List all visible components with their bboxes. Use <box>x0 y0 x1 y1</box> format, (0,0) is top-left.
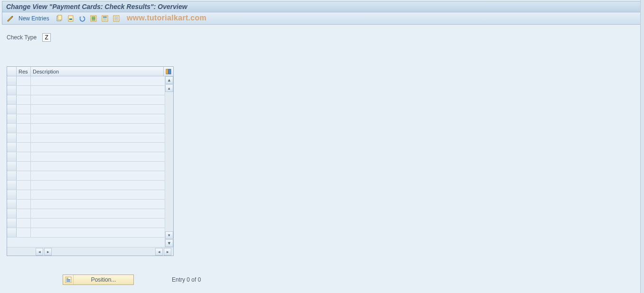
table-row[interactable] <box>7 114 165 124</box>
svg-rect-17 <box>168 69 171 74</box>
select-block-icon[interactable] <box>101 14 109 23</box>
scroll-left-icon[interactable]: ◂ <box>36 248 43 256</box>
scroll-down-icon[interactable]: ▼ <box>165 239 173 247</box>
cell-description[interactable] <box>31 76 165 85</box>
table-header-selector[interactable] <box>7 67 17 76</box>
cell-res[interactable] <box>17 143 31 152</box>
table-row[interactable] <box>7 105 165 114</box>
cell-description[interactable] <box>31 181 165 190</box>
svg-rect-14 <box>114 18 118 19</box>
table-header-res[interactable]: Res <box>17 67 31 76</box>
row-selector[interactable] <box>7 105 17 114</box>
table-row[interactable] <box>7 76 165 86</box>
cell-description[interactable] <box>31 200 165 209</box>
check-type-input[interactable] <box>42 33 51 42</box>
toggle-display-change-icon[interactable] <box>6 14 15 23</box>
table-row[interactable] <box>7 228 165 238</box>
table-row[interactable] <box>7 209 165 219</box>
row-selector[interactable] <box>7 190 17 199</box>
cell-description[interactable] <box>31 86 165 95</box>
row-selector[interactable] <box>7 143 17 152</box>
row-selector[interactable] <box>7 228 17 237</box>
application-toolbar: New Entries www.tutorialkart.com <box>2 12 642 25</box>
cell-description[interactable] <box>31 133 165 142</box>
cell-res[interactable] <box>17 114 31 123</box>
cell-description[interactable] <box>31 228 165 237</box>
row-selector[interactable] <box>7 162 17 171</box>
table-row[interactable] <box>7 143 165 152</box>
cell-description[interactable] <box>31 219 165 228</box>
row-selector[interactable] <box>7 152 17 161</box>
cell-description[interactable] <box>31 171 165 180</box>
row-selector[interactable] <box>7 114 17 123</box>
delete-icon[interactable] <box>66 14 75 23</box>
cell-res[interactable] <box>17 95 31 104</box>
scroll-up-icon[interactable]: ▲ <box>165 76 173 84</box>
row-selector[interactable] <box>7 86 17 95</box>
scroll-up-step-icon[interactable]: ▴ <box>165 84 173 92</box>
select-all-icon[interactable] <box>89 14 98 23</box>
row-selector[interactable] <box>7 209 17 218</box>
cell-description[interactable] <box>31 162 165 171</box>
row-selector[interactable] <box>7 171 17 180</box>
table-row[interactable] <box>7 124 165 133</box>
table-row[interactable] <box>7 190 165 200</box>
cell-description[interactable] <box>31 143 165 152</box>
horizontal-scrollbar[interactable]: ◂ ▸ ◂ ▸ <box>7 247 173 256</box>
row-selector[interactable] <box>7 95 17 104</box>
row-selector[interactable] <box>7 133 17 142</box>
svg-rect-11 <box>103 19 107 20</box>
cell-description[interactable] <box>31 95 165 104</box>
cell-description[interactable] <box>31 105 165 114</box>
cell-description[interactable] <box>31 152 165 161</box>
row-selector[interactable] <box>7 181 17 190</box>
deselect-all-icon[interactable] <box>112 14 121 23</box>
cell-res[interactable] <box>17 133 31 142</box>
cell-res[interactable] <box>17 171 31 180</box>
table-header-description[interactable]: Description <box>31 67 164 76</box>
scroll-right-end-icon[interactable]: ▸ <box>164 248 171 256</box>
scroll-down-step-icon[interactable]: ▾ <box>165 231 173 239</box>
new-entries-button[interactable]: New Entries <box>18 15 52 22</box>
check-type-field-row: Check Type <box>7 33 644 42</box>
scroll-right-icon[interactable]: ▸ <box>44 248 52 256</box>
cell-res[interactable] <box>17 190 31 199</box>
cell-res[interactable] <box>17 219 31 228</box>
table-configure-icon[interactable] <box>164 67 173 76</box>
table-row[interactable] <box>7 181 165 190</box>
table-row[interactable] <box>7 162 165 171</box>
cell-res[interactable] <box>17 162 31 171</box>
cell-res[interactable] <box>17 228 31 237</box>
cell-description[interactable] <box>31 124 165 133</box>
cell-res[interactable] <box>17 76 31 85</box>
cell-description[interactable] <box>31 190 165 199</box>
svg-rect-5 <box>92 17 95 18</box>
table-row[interactable] <box>7 219 165 228</box>
table-row[interactable] <box>7 171 165 181</box>
cell-res[interactable] <box>17 124 31 133</box>
copy-as-icon[interactable] <box>55 14 64 23</box>
table-row[interactable] <box>7 152 165 162</box>
row-selector[interactable] <box>7 76 17 85</box>
page-title: Change View "Payment Cards: Check Result… <box>6 3 187 10</box>
cell-res[interactable] <box>17 181 31 190</box>
cell-res[interactable] <box>17 152 31 161</box>
cell-res[interactable] <box>17 200 31 209</box>
row-selector[interactable] <box>7 219 17 228</box>
cell-res[interactable] <box>17 105 31 114</box>
position-button[interactable]: Position... <box>63 275 134 285</box>
table-row[interactable] <box>7 95 165 105</box>
row-selector[interactable] <box>7 200 17 209</box>
table-row[interactable] <box>7 133 165 143</box>
cell-description[interactable] <box>31 114 165 123</box>
scroll-left-end-icon[interactable]: ◂ <box>155 248 163 256</box>
row-selector[interactable] <box>7 124 17 133</box>
cell-res[interactable] <box>17 86 31 95</box>
cell-res[interactable] <box>17 209 31 218</box>
window-title-bar: Change View "Payment Cards: Check Result… <box>2 1 642 12</box>
undo-change-icon[interactable] <box>78 14 86 23</box>
cell-description[interactable] <box>31 209 165 218</box>
table-row[interactable] <box>7 200 165 209</box>
table-row[interactable] <box>7 86 165 95</box>
vertical-scrollbar[interactable]: ▲ ▴ ▾ ▼ <box>165 76 173 247</box>
